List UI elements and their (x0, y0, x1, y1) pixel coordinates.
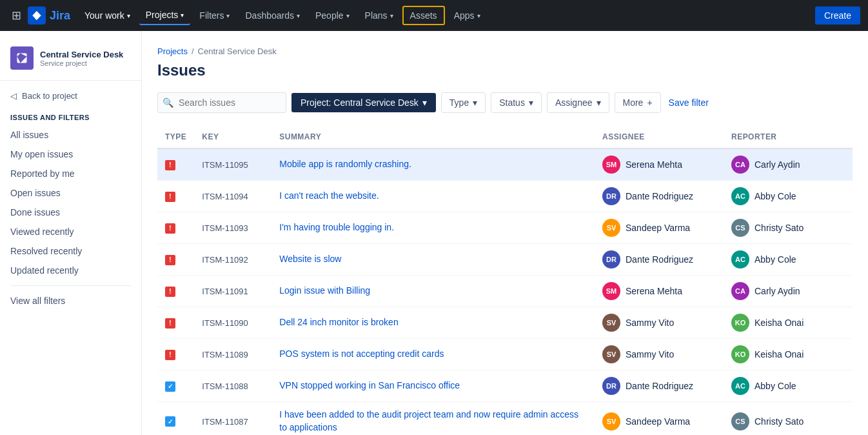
issue-summary-link[interactable]: I have been added to the audit project t… (279, 409, 578, 432)
status-filter-button[interactable]: Status ▾ (491, 92, 542, 113)
cell-key: ITSM-11089 (194, 339, 271, 370)
col-header-summary: Summary (271, 126, 595, 148)
sidebar-item-done-issues[interactable]: Done issues (0, 203, 141, 222)
sidebar-item-open-issues[interactable]: Open issues (0, 183, 141, 203)
sidebar-item-my-open-issues[interactable]: My open issues (0, 145, 141, 164)
cell-type: ! (157, 307, 194, 339)
reporter-name: Carly Aydin (755, 286, 800, 296)
sidebar-view-all-filters[interactable]: View all filters (0, 291, 141, 310)
task-type-icon: ✓ (165, 381, 175, 392)
back-to-project[interactable]: ◁ Back to project (0, 86, 141, 106)
cell-reporter: AC Abby Cole (724, 181, 853, 212)
assignee-avatar: SM (602, 282, 620, 300)
reporter-avatar: KO (731, 345, 749, 363)
nav-apps[interactable]: Apps ▾ (448, 6, 487, 25)
cell-summary: Website is slow (271, 244, 595, 276)
nav-projects[interactable]: Projects ▾ (139, 6, 191, 25)
sidebar-section-title: Issues and filters (0, 106, 141, 125)
chevron-down-icon: ▾ (297, 12, 300, 19)
issue-summary-link[interactable]: Mobile app is randomly crashing. (279, 159, 411, 169)
reporter-avatar: CS (731, 412, 749, 430)
cell-type: ! (157, 276, 194, 307)
cell-reporter: KO Keisha Onai (724, 339, 853, 370)
table-row[interactable]: ✓ ITSM-11088 VPN stopped working in San … (157, 370, 853, 402)
top-navigation: ⊞ Jira Your work ▾ Projects ▾ Filters ▾ … (0, 0, 868, 31)
project-name: Central Service Desk (40, 50, 123, 59)
table-body: ! ITSM-11095 Mobile app is randomly cras… (157, 148, 853, 435)
cell-summary: Dell 24 inch monitor is broken (271, 307, 595, 339)
type-filter-button[interactable]: Type ▾ (441, 92, 486, 113)
assignee-name: Sandeep Varma (626, 223, 690, 233)
table-row[interactable]: ! ITSM-11091 Login issue with Billing SM… (157, 276, 853, 307)
breadcrumb-projects[interactable]: Projects (157, 46, 188, 56)
nav-assets[interactable]: Assets (402, 6, 445, 25)
table-row[interactable]: ! ITSM-11095 Mobile app is randomly cras… (157, 148, 853, 181)
cell-reporter: AC Abby Cole (724, 244, 853, 276)
cell-reporter: CS Christy Sato (724, 212, 853, 244)
table-row[interactable]: ! ITSM-11093 I'm having trouble logging … (157, 212, 853, 244)
logo[interactable]: Jira (28, 6, 70, 25)
chevron-down-icon: ▾ (346, 12, 350, 19)
cell-summary: Mobile app is randomly crashing. (271, 148, 595, 181)
reporter-avatar: AC (731, 377, 749, 395)
chevron-down-icon: ▾ (597, 97, 601, 108)
project-type: Service project (40, 59, 123, 67)
cell-reporter: CS Christy Sato (724, 402, 853, 436)
grid-icon[interactable]: ⊞ (8, 5, 25, 26)
nav-filters[interactable]: Filters ▾ (193, 6, 236, 25)
nav-plans[interactable]: Plans ▾ (359, 6, 400, 25)
sidebar-item-reported-by-me[interactable]: Reported by me (0, 164, 141, 183)
cell-key: ITSM-11087 (194, 402, 271, 436)
logo-text: Jira (50, 9, 70, 23)
assignee-avatar: SV (602, 314, 620, 332)
nav-people[interactable]: People ▾ (309, 6, 356, 25)
more-filter-button[interactable]: More + (615, 92, 661, 113)
reporter-name: Keisha Onai (755, 349, 804, 359)
table-row[interactable]: ! ITSM-11089 POS system is not accepting… (157, 339, 853, 370)
filter-bar: 🔍 Project: Central Service Desk ▾ Type ▾… (157, 92, 853, 113)
nav-your-work[interactable]: Your work ▾ (78, 6, 137, 25)
issue-summary-link[interactable]: POS system is not accepting credit cards (279, 349, 444, 359)
chevron-down-icon: ▾ (529, 97, 533, 108)
chevron-down-icon: ▾ (127, 12, 130, 19)
assignee-avatar: DR (602, 250, 620, 268)
chevron-down-icon: ▾ (422, 97, 427, 108)
assignee-name: Sammy Vito (626, 349, 674, 359)
assignee-name: Serena Mehta (626, 286, 682, 296)
cell-key: ITSM-11094 (194, 181, 271, 212)
col-header-assignee: Assignee (595, 126, 724, 148)
reporter-avatar: CA (731, 282, 749, 300)
assignee-name: Dante Rodriguez (626, 254, 693, 265)
assignee-avatar: SM (602, 156, 620, 174)
sidebar-item-viewed-recently[interactable]: Viewed recently (0, 222, 141, 241)
cell-reporter: AC Abby Cole (724, 370, 853, 402)
cell-key: ITSM-11090 (194, 307, 271, 339)
cell-assignee: SM Serena Mehta (595, 148, 724, 181)
issue-summary-link[interactable]: Login issue with Billing (279, 285, 370, 296)
sidebar-divider (10, 285, 131, 286)
issue-summary-link[interactable]: Website is slow (279, 254, 341, 264)
cell-type: ! (157, 148, 194, 181)
table-row[interactable]: ! ITSM-11090 Dell 24 inch monitor is bro… (157, 307, 853, 339)
create-button[interactable]: Create (815, 6, 860, 25)
main-content: Projects / Central Service Desk Issues 🔍… (142, 31, 868, 435)
table-row[interactable]: ! ITSM-11092 Website is slow DR Dante Ro… (157, 244, 853, 276)
bug-type-icon: ! (165, 287, 175, 297)
sidebar-item-all-issues[interactable]: All issues (0, 125, 141, 145)
reporter-name: Keisha Onai (755, 318, 804, 328)
save-filter-button[interactable]: Save filter (666, 93, 711, 112)
cell-type: ! (157, 339, 194, 370)
sidebar-item-resolved-recently[interactable]: Resolved recently (0, 241, 141, 261)
issue-summary-link[interactable]: Dell 24 inch monitor is broken (279, 317, 398, 327)
project-filter-button[interactable]: Project: Central Service Desk ▾ (291, 93, 436, 112)
issue-summary-link[interactable]: I can't reach the website. (279, 190, 379, 201)
reporter-avatar: CS (731, 219, 749, 237)
search-input[interactable] (157, 92, 286, 113)
table-row[interactable]: ! ITSM-11094 I can't reach the website. … (157, 181, 853, 212)
nav-dashboards[interactable]: Dashboards ▾ (239, 6, 306, 25)
table-row[interactable]: ✓ ITSM-11087 I have been added to the au… (157, 402, 853, 436)
assignee-filter-button[interactable]: Assignee ▾ (547, 92, 609, 113)
issue-summary-link[interactable]: VPN stopped working in San Francisco off… (279, 380, 460, 390)
sidebar-item-updated-recently[interactable]: Updated recently (0, 261, 141, 280)
issue-summary-link[interactable]: I'm having trouble logging in. (279, 222, 394, 232)
